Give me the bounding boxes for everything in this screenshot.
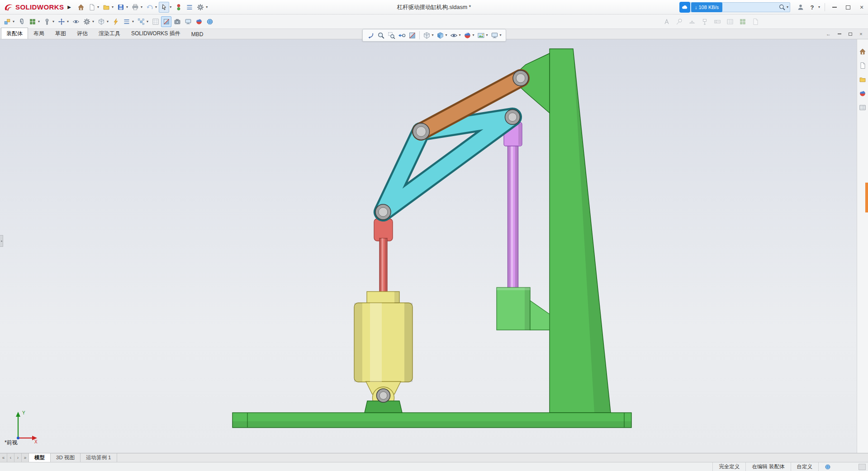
weld-symbol-button[interactable] — [687, 16, 697, 27]
save-caret-icon[interactable]: ▾ — [126, 5, 128, 9]
new-document-button[interactable] — [86, 2, 97, 13]
options-button[interactable] — [195, 2, 205, 13]
pin-cylinder-base[interactable] — [377, 389, 390, 402]
tab-assembly[interactable]: 装配体 — [1, 28, 28, 39]
geometric-tolerance-button[interactable] — [712, 16, 722, 27]
tab-evaluate[interactable]: 评估 — [71, 28, 93, 39]
tab-motion-study-1[interactable]: 运动算例 1 — [81, 453, 117, 462]
zoom-to-fit-button[interactable] — [375, 30, 386, 41]
print-caret-icon[interactable]: ▾ — [141, 5, 142, 9]
balloon-button[interactable] — [674, 16, 684, 27]
caret-icon[interactable]: ▾ — [107, 20, 109, 24]
trunnion-bracket[interactable] — [530, 301, 550, 330]
status-units-button[interactable] — [818, 462, 837, 471]
component-pattern-button[interactable] — [27, 16, 38, 27]
exploded-view-button[interactable] — [136, 16, 146, 27]
open-caret-icon[interactable]: ▾ — [112, 5, 114, 9]
command-search[interactable]: ↓ 108 KB/s ▾ — [690, 2, 790, 12]
cylinder-body[interactable] — [354, 303, 413, 382]
bell-crank[interactable] — [383, 117, 512, 212]
trunnion-block[interactable] — [497, 287, 530, 330]
assembly-features-button[interactable] — [81, 16, 92, 27]
tab-solidworks-addins[interactable]: SOLIDWORKS 插件 — [126, 28, 186, 39]
caret-icon[interactable]: ▾ — [13, 20, 14, 24]
caret-icon[interactable]: ▾ — [459, 33, 460, 37]
swing-cylinder-rod[interactable] — [508, 125, 518, 293]
show-hidden-components-button[interactable] — [71, 16, 81, 27]
caret-icon[interactable]: ▾ — [92, 20, 94, 24]
general-table-button[interactable] — [725, 16, 735, 27]
caret-icon[interactable]: ▾ — [38, 20, 40, 24]
tab-sketch[interactable]: 草图 — [50, 28, 71, 39]
edit-appearance-button[interactable] — [462, 30, 473, 41]
caret-icon[interactable]: ▾ — [52, 20, 54, 24]
reference-geometry-button[interactable] — [96, 16, 106, 27]
caret-icon[interactable]: ▾ — [67, 20, 69, 24]
new-caret-icon[interactable]: ▾ — [97, 5, 99, 9]
caret-icon[interactable]: ▾ — [500, 33, 502, 37]
doc-restore-button[interactable] — [845, 30, 855, 38]
caret-icon[interactable]: ▾ — [147, 20, 148, 24]
mate-button[interactable] — [16, 16, 27, 27]
tab-3d-views[interactable]: 3D 视图 — [51, 453, 81, 462]
view-selector-button[interactable] — [365, 30, 375, 41]
frame-column[interactable] — [550, 49, 611, 413]
caret-icon[interactable]: ▾ — [132, 20, 134, 24]
tabs-last-button[interactable]: » — [22, 453, 29, 462]
previous-view-button[interactable] — [396, 30, 407, 41]
sketch-button[interactable] — [150, 16, 161, 27]
doc-close-button[interactable]: × — [856, 30, 866, 38]
status-custom[interactable]: 自定义 — [791, 462, 819, 471]
status-corner-button[interactable] — [859, 464, 866, 470]
pin-crank-piston[interactable] — [375, 204, 391, 220]
caret-icon[interactable]: ▾ — [473, 33, 474, 37]
view-settings-button[interactable] — [183, 16, 193, 27]
tab-mbd[interactable]: MBD — [186, 29, 209, 39]
tab-model[interactable]: 模型 — [29, 453, 51, 462]
base-plate[interactable] — [232, 413, 631, 428]
dock-pane-button[interactable]: ← — [824, 30, 833, 38]
save-button[interactable] — [115, 2, 126, 13]
base-clevis[interactable] — [365, 401, 402, 413]
home-button[interactable] — [76, 2, 86, 13]
restore-button[interactable] — [842, 0, 854, 14]
render-tools-button[interactable] — [204, 16, 215, 27]
tabs-prev-button[interactable]: ‹ — [7, 453, 14, 462]
taskpane-indicator[interactable] — [865, 183, 868, 212]
cylinder-cap[interactable] — [367, 292, 399, 303]
tab-render-tools[interactable]: 渲染工具 — [93, 28, 126, 39]
tab-layout[interactable]: 布局 — [28, 28, 50, 39]
open-button[interactable] — [101, 2, 111, 13]
cloud-sync-icon[interactable] — [679, 2, 690, 13]
print-button[interactable] — [130, 2, 140, 13]
graphics-area[interactable]: Y X *前视 — [0, 39, 868, 453]
rebuild-button[interactable] — [173, 2, 184, 13]
appearances-pane-button[interactable] — [858, 89, 868, 99]
custom-properties-button[interactable] — [858, 103, 868, 113]
options-caret-icon[interactable]: ▾ — [206, 5, 208, 9]
display-style-button[interactable] — [435, 30, 445, 41]
apply-scene-button[interactable] — [476, 30, 486, 41]
select-caret-icon[interactable]: ▾ — [170, 5, 171, 9]
pin-crank-swing-rod[interactable] — [505, 110, 520, 125]
file-explorer-button[interactable] — [858, 75, 868, 85]
caret-icon[interactable]: ▾ — [445, 33, 447, 37]
new-motion-study-button[interactable] — [110, 16, 121, 27]
doc-minimize-button[interactable] — [835, 30, 844, 38]
view-settings-hud-button[interactable] — [489, 30, 500, 41]
tabs-first-button[interactable]: « — [0, 453, 7, 462]
help-caret-icon[interactable]: ▾ — [818, 5, 820, 9]
pin-top[interactable] — [513, 71, 528, 86]
login-button[interactable] — [796, 2, 806, 13]
help-button[interactable]: ? — [807, 2, 817, 13]
piston-rod[interactable] — [379, 238, 387, 294]
minimize-button[interactable] — [828, 0, 841, 14]
undo-button[interactable] — [144, 2, 155, 13]
camera-view-button[interactable] — [172, 16, 182, 27]
smart-fasteners-button[interactable] — [42, 16, 52, 27]
tabs-next-button[interactable]: › — [14, 453, 22, 462]
menu-flyout-icon[interactable]: ▶ — [67, 5, 71, 9]
zoom-to-area-button[interactable] — [386, 30, 396, 41]
piston-clevis[interactable] — [374, 219, 393, 241]
taskpane-home-button[interactable] — [858, 47, 868, 57]
